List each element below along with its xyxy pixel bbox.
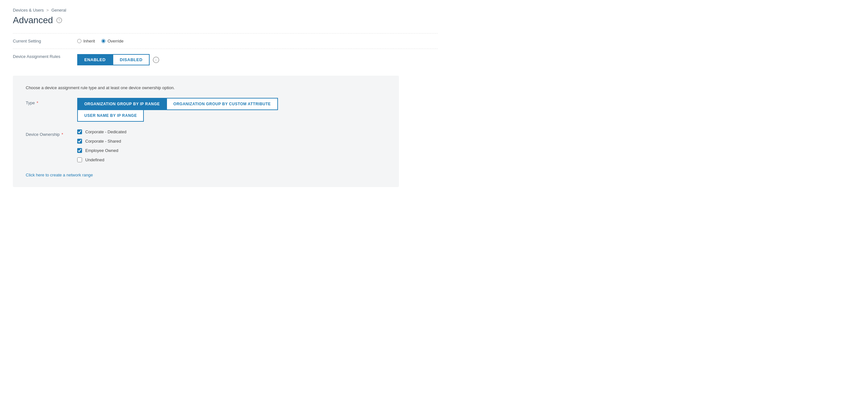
undefined-label: Undefined xyxy=(85,157,104,162)
undefined-checkbox[interactable] xyxy=(77,157,82,162)
breadcrumb-separator: > xyxy=(46,8,49,12)
inherit-radio[interactable] xyxy=(77,39,82,43)
assignment-toggle-group: ENABLED DISABLED xyxy=(77,54,150,65)
inherit-label: Inherit xyxy=(83,39,95,44)
type-label: Type * xyxy=(26,98,77,105)
ownership-label: Device Ownership * xyxy=(26,129,77,137)
breadcrumb-item-1[interactable]: Devices & Users xyxy=(13,8,44,12)
help-icon[interactable]: ? xyxy=(56,18,62,23)
current-setting-row: Current Setting Inherit Override xyxy=(13,33,438,49)
assignment-info-icon[interactable]: i xyxy=(153,57,159,63)
corporate-shared-option[interactable]: Corporate - Shared xyxy=(77,139,126,144)
override-option[interactable]: Override xyxy=(101,39,124,44)
override-radio[interactable] xyxy=(101,39,105,43)
override-label: Override xyxy=(107,39,124,44)
disabled-button[interactable]: DISABLED xyxy=(113,54,149,65)
device-assignment-label: Device Assignment Rules xyxy=(13,54,77,59)
page-title: Advanced ? xyxy=(13,15,438,25)
assignment-card: Choose a device assignment rule type and… xyxy=(13,76,399,187)
corporate-shared-checkbox[interactable] xyxy=(77,139,82,144)
breadcrumb: Devices & Users > General xyxy=(13,8,438,12)
corporate-shared-label: Corporate - Shared xyxy=(85,139,121,144)
type-required: * xyxy=(37,100,38,105)
type-buttons-container: ORGANIZATION GROUP BY IP RANGE ORGANIZAT… xyxy=(77,98,278,122)
corporate-dedicated-option[interactable]: Corporate - Dedicated xyxy=(77,129,126,134)
current-setting-radio-group: Inherit Override xyxy=(77,39,124,44)
ownership-form-row: Device Ownership * Corporate - Dedicated… xyxy=(26,129,386,162)
user-name-ip-button[interactable]: USER NAME BY IP RANGE xyxy=(77,110,144,122)
card-description: Choose a device assignment rule type and… xyxy=(26,85,386,90)
enabled-button[interactable]: ENABLED xyxy=(77,54,113,65)
ownership-options: Corporate - Dedicated Corporate - Shared… xyxy=(77,129,126,162)
current-setting-label: Current Setting xyxy=(13,39,77,44)
network-range-link[interactable]: Click here to create a network range xyxy=(26,173,93,177)
device-assignment-row: Device Assignment Rules ENABLED DISABLED… xyxy=(13,49,438,70)
type-buttons-bottom-row: USER NAME BY IP RANGE xyxy=(77,110,278,122)
employee-owned-option[interactable]: Employee Owned xyxy=(77,148,126,153)
employee-owned-label: Employee Owned xyxy=(85,148,118,153)
org-group-custom-button[interactable]: ORGANIZATION GROUP BY CUSTOM ATTRIBUTE xyxy=(166,98,278,110)
corporate-dedicated-checkbox[interactable] xyxy=(77,129,82,134)
employee-owned-checkbox[interactable] xyxy=(77,148,82,153)
inherit-option[interactable]: Inherit xyxy=(77,39,95,44)
type-buttons-top-row: ORGANIZATION GROUP BY IP RANGE ORGANIZAT… xyxy=(77,98,278,110)
breadcrumb-item-2[interactable]: General xyxy=(52,8,66,12)
org-group-ip-button[interactable]: ORGANIZATION GROUP BY IP RANGE xyxy=(77,98,167,110)
page-container: Devices & Users > General Advanced ? Cur… xyxy=(0,0,451,195)
type-form-row: Type * ORGANIZATION GROUP BY IP RANGE OR… xyxy=(26,98,386,122)
ownership-required: * xyxy=(61,132,63,137)
corporate-dedicated-label: Corporate - Dedicated xyxy=(85,129,126,134)
undefined-option[interactable]: Undefined xyxy=(77,157,126,162)
